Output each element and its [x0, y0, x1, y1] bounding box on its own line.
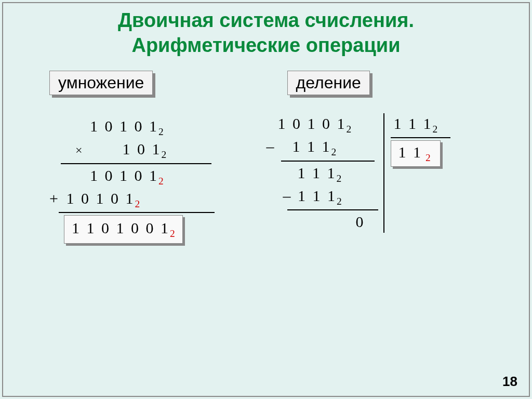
- page-number: 18: [502, 374, 517, 390]
